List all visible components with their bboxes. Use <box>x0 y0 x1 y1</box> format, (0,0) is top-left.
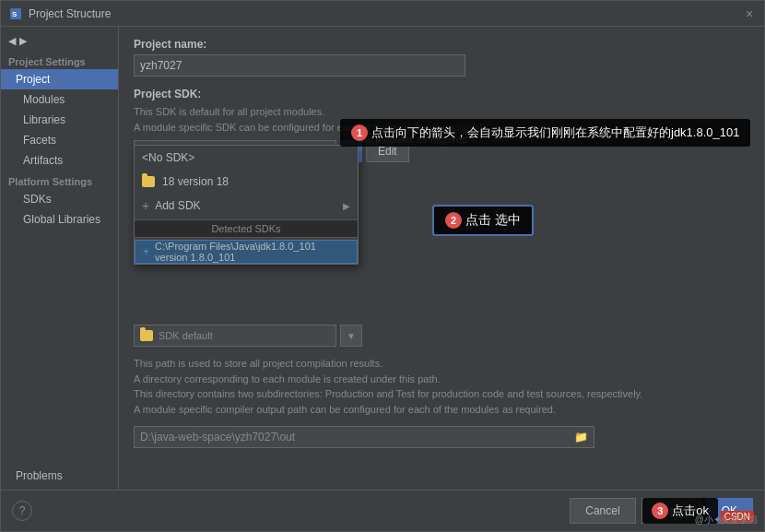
content-area: ◀ ▶ Project Settings Project Modules Lib… <box>1 27 764 490</box>
sidebar-item-global-libraries[interactable]: Global Libraries <box>1 209 118 230</box>
sidebar-item-facets[interactable]: Facets <box>1 130 118 150</box>
platform-settings-section: Platform Settings <box>1 171 118 189</box>
detected-sdk-path: C:\Program Files\Java\jdk1.8.0_101 versi… <box>155 241 349 263</box>
output-desc: This path is used to store all project c… <box>134 356 749 417</box>
detected-sdk-item[interactable]: + C:\Program Files\Java\jdk1.8.0_101 ver… <box>135 240 358 264</box>
folder-icon-18 <box>142 176 155 187</box>
no-sdk-label: <No SDK> <box>142 151 194 164</box>
annotation-bubble-2: 2 点击 选中 <box>432 205 534 236</box>
sdk-dropdown-popup: <No SDK> 18 version 18 + Add SDK ▶ Detec… <box>134 145 359 265</box>
project-name-label: Project name: <box>134 38 749 51</box>
sidebar-item-libraries[interactable]: Libraries <box>1 110 118 130</box>
project-settings-section: Project Settings <box>1 51 118 69</box>
sidebar-item-problems[interactable]: Problems <box>1 466 118 486</box>
dropdown-sdk-18[interactable]: 18 version 18 <box>135 170 358 194</box>
sidebar-item-artifacts[interactable]: Artifacts <box>1 150 118 171</box>
svg-text:S: S <box>12 10 18 18</box>
language-level-arrow[interactable]: ▼ <box>340 325 362 347</box>
folder-icon-lang <box>140 330 153 341</box>
browse-folder-icon[interactable]: 📁 <box>574 431 588 443</box>
sidebar-item-modules[interactable]: Modules <box>1 89 118 110</box>
title-bar-text: Project Structure <box>29 7 742 20</box>
main-panel: Project name: Project SDK: This SDK is d… <box>119 27 764 490</box>
title-bar-icon: S <box>8 6 23 21</box>
project-sdk-label: Project SDK: <box>134 88 749 100</box>
bottom-bar: ? 3 点击ok Cancel Apply OK <box>1 490 764 531</box>
dropdown-no-sdk[interactable]: <No SDK> <box>135 146 358 170</box>
sidebar-item-project[interactable]: Project <box>1 69 118 89</box>
back-button[interactable]: ◀ ▶ <box>1 30 118 51</box>
cancel-button[interactable]: Cancel <box>570 498 635 524</box>
project-structure-dialog: S Project Structure × ◀ ▶ Project Settin… <box>0 0 765 532</box>
watermark: @小✦头爱学习 <box>695 514 758 526</box>
language-level-row: SDK default ▼ <box>134 325 749 347</box>
close-button[interactable]: × <box>742 6 757 21</box>
language-level-dropdown[interactable]: SDK default <box>134 325 336 347</box>
output-path-field[interactable]: D:\java-web-space\yzh7027\out 📁 <box>134 426 594 448</box>
dropdown-add-sdk[interactable]: + Add SDK ▶ <box>135 194 358 218</box>
title-bar: S Project Structure × <box>1 1 764 27</box>
sidebar-item-sdks[interactable]: SDKs <box>1 189 118 209</box>
annotation-bubble-1: 1 点击向下的箭头，会自动显示我们刚刚在系统中配置好的jdk1.8.0_101 <box>340 119 750 147</box>
sidebar: ◀ ▶ Project Settings Project Modules Lib… <box>1 27 119 490</box>
help-button[interactable]: ? <box>12 501 32 521</box>
detected-sdks-separator: Detected SDKs <box>135 219 358 238</box>
project-name-input[interactable] <box>134 54 465 77</box>
